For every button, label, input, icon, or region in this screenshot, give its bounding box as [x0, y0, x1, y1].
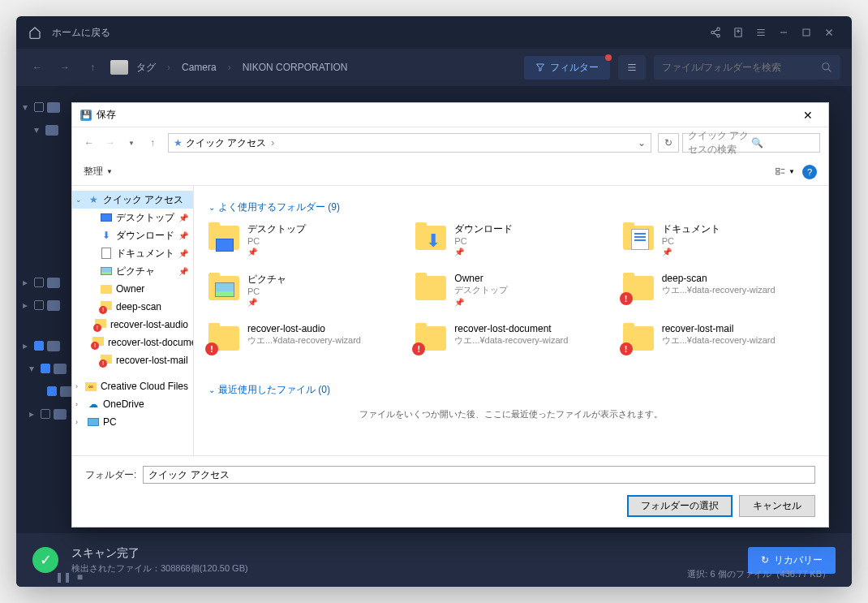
- folder-item[interactable]: !recover-lost-documentウエ...¥data-recover…: [415, 323, 606, 368]
- cancel-button[interactable]: キャンセル: [739, 495, 815, 517]
- folder-item[interactable]: ⬇ダウンロードPC📌: [415, 222, 606, 268]
- sidebar-item[interactable]: ドキュメント📌: [72, 244, 193, 262]
- folder-item[interactable]: !deep-scanウエ...¥data-recovery-wizard: [623, 273, 814, 318]
- filter-label: フィルター: [550, 61, 599, 75]
- up-icon[interactable]: ↑: [83, 58, 102, 77]
- folder-icon: !: [415, 323, 448, 355]
- path-seg1[interactable]: Camera: [182, 62, 217, 73]
- tree-checkbox[interactable]: [41, 409, 50, 419]
- filter-indicator-icon: [605, 54, 612, 61]
- tree-checkbox[interactable]: [34, 278, 44, 287]
- folder-item[interactable]: ピクチャPC📌: [208, 273, 399, 318]
- home-label[interactable]: ホームに戻る: [52, 26, 110, 40]
- history-dropdown-icon[interactable]: ▼: [122, 134, 140, 152]
- tree-checkbox[interactable]: [41, 364, 50, 373]
- svg-rect-6: [776, 168, 780, 170]
- home-icon[interactable]: [28, 25, 42, 40]
- up-icon[interactable]: ↑: [144, 134, 161, 152]
- filter-button[interactable]: フィルター: [524, 56, 610, 80]
- folder-icon: [45, 125, 58, 136]
- tree-checkbox[interactable]: [34, 341, 44, 351]
- view-button[interactable]: ▼: [773, 163, 796, 181]
- sidebar-item[interactable]: ⬇ダウンロード📌: [72, 226, 193, 244]
- minimize-icon[interactable]: [772, 21, 795, 44]
- folder-icon: !: [623, 273, 655, 305]
- folder-name: recover-lost-audio: [247, 323, 361, 334]
- sidebar-item-label: Creative Cloud Files: [101, 381, 188, 392]
- help-button[interactable]: ?: [802, 165, 817, 179]
- tree-checkbox[interactable]: [34, 102, 44, 112]
- folder-name: ドキュメント: [662, 222, 720, 236]
- folder-item[interactable]: デスクトップPC📌: [208, 222, 399, 268]
- folder-location: デスクトップ: [454, 284, 508, 296]
- playback-controls[interactable]: ❚❚ ■: [55, 571, 83, 583]
- sidebar-item-label: recover-lost-document: [108, 337, 193, 348]
- save-dialog: 💾 保存 ✕ ← → ▼ ↑ ★ クイック アクセス › ⌄ ↻ クイック アク…: [71, 102, 829, 528]
- folder-icon: !: [623, 323, 655, 355]
- folder-icon: ⬇: [415, 222, 448, 255]
- address-bar[interactable]: ★ クイック アクセス › ⌄: [168, 133, 651, 153]
- back-icon[interactable]: ←: [28, 58, 47, 77]
- select-folder-button[interactable]: フォルダーの選択: [627, 495, 733, 517]
- quickaccess-icon: ★: [174, 137, 183, 149]
- section-recent[interactable]: ⌄最近使用したファイル (0): [208, 383, 814, 397]
- chevron-down-icon: ▼: [789, 168, 795, 175]
- sidebar-item-label: recover-lost-audio: [110, 319, 188, 330]
- folder-input[interactable]: [143, 466, 815, 484]
- folder-name: recover-lost-document: [454, 323, 568, 334]
- pin-icon: 📌: [178, 267, 188, 276]
- folder-item[interactable]: !recover-lost-mailウエ...¥data-recovery-wi…: [623, 323, 814, 368]
- folder-icon: [208, 273, 241, 305]
- chevron-down-icon[interactable]: ⌄: [638, 137, 646, 149]
- sidebar-item[interactable]: ›∞Creative Cloud Files: [72, 377, 193, 395]
- share-icon[interactable]: [704, 21, 727, 44]
- dialog-title: 保存: [97, 108, 116, 122]
- organize-button[interactable]: 整理 ▼: [84, 165, 113, 179]
- chevron-right-icon: ›: [228, 62, 231, 73]
- maximize-icon[interactable]: [795, 21, 818, 44]
- sidebar-item-label: ドキュメント: [116, 247, 174, 261]
- view-mode-button[interactable]: [618, 55, 646, 80]
- tree-checkbox[interactable]: [47, 386, 57, 396]
- folder-location: ウエ...¥data-recovery-wizard: [454, 334, 568, 347]
- sidebar-item[interactable]: ›PC: [72, 413, 193, 431]
- back-icon[interactable]: ←: [80, 134, 98, 152]
- folder-item[interactable]: Ownerデスクトップ📌: [415, 273, 606, 318]
- folder-item[interactable]: ドキュメントPC📌: [623, 222, 814, 268]
- sidebar-item[interactable]: recover-lost-mail: [72, 351, 193, 369]
- tree-checkbox[interactable]: [34, 300, 44, 310]
- sidebar-item[interactable]: recover-lost-document: [72, 334, 193, 351]
- folder-location: ウエ...¥data-recovery-wizard: [247, 334, 361, 347]
- section-frequent[interactable]: ⌄よく使用するフォルダー (9): [208, 200, 814, 214]
- pin-icon: 📌: [454, 298, 508, 307]
- file-search-box[interactable]: クイック アクセスの検索 🔍: [682, 133, 820, 153]
- sidebar-item[interactable]: ›☁OneDrive: [72, 395, 193, 413]
- search-box[interactable]: [654, 55, 840, 80]
- folder-item[interactable]: !recover-lost-audioウエ...¥data-recovery-w…: [208, 323, 399, 368]
- sidebar-item[interactable]: デスクトップ📌: [72, 209, 193, 226]
- path-seg2[interactable]: NIKON CORPORATION: [243, 62, 348, 73]
- folder-name: Owner: [454, 273, 508, 284]
- recovery-icon: ↻: [761, 554, 769, 566]
- sidebar-item[interactable]: ピクチャ📌: [72, 262, 193, 280]
- folder-icon: [47, 300, 60, 311]
- recovery-label: リカバリー: [774, 553, 823, 567]
- sidebar-item[interactable]: Owner: [72, 280, 193, 298]
- path-tag[interactable]: タグ: [136, 61, 156, 75]
- folder-name: デスクトップ: [247, 222, 306, 236]
- search-input[interactable]: [662, 62, 821, 73]
- close-icon[interactable]: [818, 21, 840, 44]
- svg-point-1: [711, 31, 715, 34]
- dialog-close-button[interactable]: ✕: [796, 109, 820, 122]
- sidebar-item[interactable]: ⌄★クイック アクセス: [72, 191, 193, 209]
- forward-icon[interactable]: →: [101, 134, 119, 152]
- address-text: クイック アクセス: [186, 136, 266, 150]
- menu-icon[interactable]: [750, 21, 772, 44]
- sidebar-item[interactable]: recover-lost-audio: [72, 316, 193, 334]
- sidebar-item[interactable]: deep-scan: [72, 298, 193, 316]
- pin-icon: 📌: [178, 231, 188, 240]
- refresh-button[interactable]: ↻: [658, 133, 679, 153]
- forward-icon[interactable]: →: [55, 58, 75, 77]
- filter-icon: [535, 62, 545, 72]
- export-icon[interactable]: [727, 21, 750, 44]
